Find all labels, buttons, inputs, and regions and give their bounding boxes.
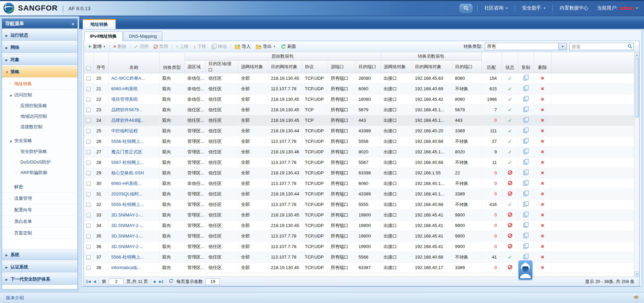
delete-x-icon[interactable]: × [541,170,544,176]
copy-icon[interactable] [523,222,529,228]
column-header-src-net[interactable]: 源网络对象 [238,60,268,73]
search-submit-button[interactable] [627,44,632,50]
table-row[interactable]: 375566-杜特网上...双向管理区...信任区全部113.107.7.78T… [84,252,639,262]
column-header-status[interactable]: 状态 [502,52,518,73]
copy-icon[interactable] [523,233,529,238]
rule-name-link[interactable]: 魔点门禁正式区 [111,149,142,154]
table-row[interactable]: 333D.SNIMAY-1-...双向管理区...信任区全部218.19.130… [84,210,639,220]
rule-name-link[interactable]: 3D.SNIMAY-1-... [111,212,144,217]
row-checkbox[interactable] [86,213,91,217]
delete-x-icon[interactable]: × [541,117,544,124]
delete-x-icon[interactable]: × [541,75,544,81]
disable-button[interactable]: 禁用 [152,43,169,50]
current-user[interactable]: 当前用户: admin ▼ [595,5,641,11]
column-header-match[interactable]: 匹配 [481,52,502,73]
sidebar-item-安全策略[interactable]: ◢安全策略 [2,135,77,146]
sidebar-item-配置向导[interactable]: ›配置向导 [2,204,77,216]
support-avatar-widget[interactable] [518,260,533,280]
sidebar-item-ARP欺骗防御[interactable]: ›ARP欺骗防御 [2,167,77,178]
tab-dns-mapping[interactable]: DNS-Mapping [123,32,163,41]
rule-name-link[interactable]: 5566-杜特网上... [111,254,144,260]
table-row[interactable]: 216060-HR系统双向非信任...信任区全部113.107.7.78TCP,… [84,83,639,94]
rule-name-link[interactable]: 5555-杜特网上... [111,202,144,207]
rule-name-link[interactable]: 6060-HR系统 [111,86,138,91]
sidebar-item-应用控制策略[interactable]: ›应用控制策略 [2,100,77,111]
row-checkbox[interactable] [86,139,91,144]
select-dropdown-button[interactable]: ▼ [559,43,567,50]
row-checkbox[interactable] [86,76,91,81]
sidebar-item-流量管理[interactable]: ›流量管理 [2,193,77,204]
copy-icon[interactable] [523,180,529,186]
delete-x-icon[interactable]: × [541,138,544,145]
table-row[interactable]: 27魔点门禁正式区双向管理区...信任区全部218.19.130.46TCP,U… [84,147,639,157]
sidebar-item-地址转换[interactable]: ›地址转换 [2,78,77,90]
tab-ipv4-nat[interactable]: IPv4地址转换 [84,32,123,41]
row-checkbox[interactable] [86,171,91,175]
copy-icon[interactable] [523,212,529,217]
table-row[interactable]: 285567-杜特网上...双向管理区...信任区全部113.107.7.78T… [84,157,639,168]
column-header-seq[interactable]: 序号 [93,52,108,73]
header-search-button[interactable] [460,4,472,13]
delete-x-icon[interactable]: × [541,128,544,134]
column-header-dst-port[interactable]: 目的端口 [356,60,381,73]
copy-icon[interactable] [523,191,529,196]
rule-name-link[interactable]: 6060-HR系统... [111,181,142,186]
scrollbar-thumb[interactable] [635,58,639,117]
table-row[interactable]: 325555-杜特网上...双向管理区...信任区全部113.107.7.78T… [84,199,639,210]
table-row[interactable]: 24品牌软件443端...双向信任区...信任区全部218.19.130.45T… [84,115,639,126]
delete-x-icon[interactable]: × [541,107,544,113]
delete-x-icon[interactable]: × [541,191,544,197]
delete-button[interactable]: × 删除 [112,43,128,50]
refresh-button[interactable]: 刷新 [280,43,298,50]
row-checkbox[interactable] [86,118,91,123]
column-header-dst-net[interactable]: 目的网络对象 [268,60,302,73]
tab-address-translation[interactable]: 地址转换 [83,19,116,29]
table-row[interactable]: 312020SQL临时...双向管理区...信任区全部218.19.130.44… [84,189,639,199]
copy-icon[interactable] [523,149,529,154]
sidebar-item-访问控制[interactable]: ◢访问控制 [2,90,77,100]
row-checkbox[interactable] [86,192,91,196]
column-header-src-port[interactable]: 源端口 [328,60,356,73]
delete-x-icon[interactable]: × [541,180,544,187]
sidebar-item-地域访问控制[interactable]: ›地域访问控制 [2,111,77,121]
scroll-up-button[interactable]: ▲ [634,52,639,57]
sidebar-item-DoS/DDoS防护[interactable]: ›DoS/DDoS防护 [2,157,77,167]
copy-icon[interactable] [523,117,529,122]
move-up-button[interactable]: ↑ 上移 [175,43,190,50]
sidebar-bottom-group-0[interactable]: ▶系统 [2,249,77,260]
copy-icon[interactable] [523,96,529,101]
row-checkbox[interactable] [86,234,91,239]
sidebar-group-policy[interactable]: ▼策略 [2,66,77,77]
column-header-trans-dst-net[interactable]: 目的网络对象 [412,60,452,73]
vertical-scrollbar[interactable]: ▲ ▼ [634,52,639,277]
table-row[interactable]: 23品聘软件5679...双向信任区...信任区全部218.19.130.45T… [84,105,639,115]
rule-name-link[interactable]: 品牌软件443端... [111,118,145,123]
prev-page-button[interactable]: ◀ [93,280,96,283]
sidebar-bottom-group-2[interactable]: ▶下一代安全防护体系 [2,273,77,285]
menu-item-community[interactable]: 社区咨询 ▼ [482,5,510,11]
move-button[interactable]: 移动 [210,43,228,50]
rule-name-link[interactable]: AC-WCC炸单A... [111,76,145,81]
table-row[interactable]: 353D.SNIMAY-1-...双向管理区...信任区全部113.107.7.… [84,231,639,241]
sidebar-bottom-group-1[interactable]: ▶认证系统 [2,261,77,272]
column-header-name[interactable]: 名称 [108,52,159,73]
menu-item-security-assistant[interactable]: 安全助手 ▼ [520,5,548,11]
rule-name-link[interactable]: 5556-杜特网上... [111,139,144,144]
copy-icon[interactable] [523,138,529,144]
copy-icon[interactable] [523,107,529,112]
last-page-button[interactable]: ▶ [159,280,163,283]
menu-item-data-center[interactable]: 内置数据中心 [558,5,590,11]
rule-name-link[interactable]: informatica临... [111,265,141,270]
sidebar-item-解密[interactable]: ›解密 [2,181,77,193]
row-checkbox[interactable] [86,150,91,154]
copy-icon[interactable] [523,170,529,175]
table-row[interactable]: 22项目管理系统双向非信任...信任区全部218.19.130.45TCP,UD… [84,94,639,105]
copy-icon[interactable] [523,86,529,91]
sidebar-group-0[interactable]: ▶运行状态 [2,30,77,41]
sidebar-group-1[interactable]: ▶网络 [2,42,77,53]
collapse-sidebar-button[interactable]: « [72,19,74,29]
copy-icon[interactable] [523,75,529,80]
add-button[interactable]: + 新增 ▼ [87,43,107,50]
export-button[interactable]: 导出 ▼ [254,43,277,50]
page-number-input[interactable] [109,278,124,285]
